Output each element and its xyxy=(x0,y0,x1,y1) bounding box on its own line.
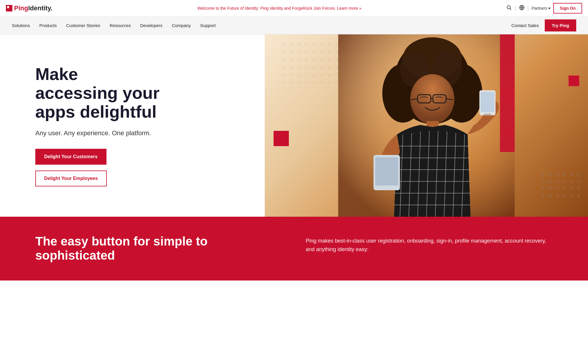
divider-2: | xyxy=(527,5,529,11)
svg-rect-38 xyxy=(484,114,491,115)
logo-area: PingIdentity. xyxy=(6,4,52,12)
search-icon xyxy=(507,5,512,10)
partners-label: Partners xyxy=(532,6,547,11)
dots-grid-bottom: for(let i=0;i<24;i++) document.write('<d… xyxy=(542,173,582,199)
chevron-down-icon: ▾ xyxy=(548,6,550,11)
delight-employees-button[interactable]: Delight Your Employees xyxy=(35,171,107,186)
hero-title: Make accessing your apps delightful xyxy=(35,65,165,121)
svg-rect-41 xyxy=(500,34,514,152)
top-right-actions: | | Partners ▾ Sign On xyxy=(507,3,582,14)
nav-customer-stories[interactable]: Customer Stories xyxy=(66,23,100,28)
announcement-text: Welcome to the Future of Identity: Ping … xyxy=(52,6,507,11)
svg-rect-37 xyxy=(480,92,494,112)
delight-customers-button[interactable]: Delight Your Customers xyxy=(35,149,106,165)
hero-content: Make accessing your apps delightful Any … xyxy=(0,41,200,210)
nav-left: Solutions Products Customer Stories Reso… xyxy=(12,23,216,28)
svg-rect-1 xyxy=(7,6,9,8)
red-accent-square-2 xyxy=(274,131,289,146)
nav-resources[interactable]: Resources xyxy=(110,23,131,28)
red-section-left: The easy button for simple to sophistica… xyxy=(35,234,282,263)
main-navigation: Solutions Products Customer Stories Reso… xyxy=(0,17,588,34)
try-ping-button[interactable]: Try Ping xyxy=(545,19,576,31)
red-section: The easy button for simple to sophistica… xyxy=(0,217,588,280)
contact-sales-button[interactable]: Contact Sales xyxy=(511,23,539,28)
language-button[interactable] xyxy=(519,5,524,12)
hero-buttons: Delight Your Customers Delight Your Empl… xyxy=(35,149,165,186)
red-section-right: Ping makes best-in-class user registrati… xyxy=(306,234,553,254)
sign-on-button[interactable]: Sign On xyxy=(553,3,582,14)
nav-support[interactable]: Support xyxy=(200,23,216,28)
hero-image-area: for(let i=0;i<60;i++) document.write('<d… xyxy=(265,34,588,217)
partners-button[interactable]: Partners ▾ xyxy=(532,6,550,11)
hero-background: for(let i=0;i<60;i++) document.write('<d… xyxy=(265,34,588,217)
announcement-bar: PingIdentity. Welcome to the Future of I… xyxy=(0,0,588,17)
nav-solutions[interactable]: Solutions xyxy=(12,23,30,28)
svg-rect-40 xyxy=(375,157,398,186)
nav-right: Contact Sales Try Ping xyxy=(511,19,576,31)
red-section-description: Ping makes best-in-class user registrati… xyxy=(306,237,553,254)
hero-section: Make accessing your apps delightful Any … xyxy=(0,34,588,217)
svg-point-2 xyxy=(507,6,510,9)
red-accent-square-1 xyxy=(569,76,579,86)
logo-text: PingIdentity. xyxy=(14,4,52,12)
globe-icon xyxy=(519,5,524,10)
nav-developers[interactable]: Developers xyxy=(140,23,163,28)
nav-products[interactable]: Products xyxy=(39,23,57,28)
logo-icon xyxy=(6,5,12,11)
svg-line-3 xyxy=(510,8,512,10)
hero-person-image xyxy=(265,34,588,217)
red-section-title: The easy button for simple to sophistica… xyxy=(35,234,282,263)
divider-1: | xyxy=(515,5,516,11)
search-button[interactable] xyxy=(507,5,512,12)
hero-subtitle: Any user. Any experience. One platform. xyxy=(35,129,165,137)
nav-company[interactable]: Company xyxy=(172,23,191,28)
